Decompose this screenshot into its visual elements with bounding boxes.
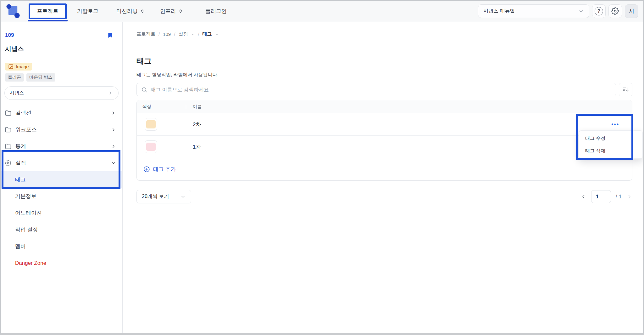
sidebar-subitem-annotation[interactable]: 어노테이션 [1,205,122,221]
tab-infra[interactable]: 인프라 [160,8,183,15]
sidebar-subitem-basic-info[interactable]: 기본정보 [1,188,122,205]
settings-button[interactable] [608,4,622,18]
sidebar-subitem-task-settings[interactable]: 작업 설정 [1,221,122,238]
plus-circle-icon [143,166,150,173]
breadcrumb-tags[interactable]: 태그 [203,31,212,37]
breadcrumb-separator: / [158,31,160,37]
column-header-color: 색상 [137,104,186,110]
page-description: 태그는 할당작업, 라벨에서 사용됩니다. [136,72,632,78]
manual-dropdown[interactable]: 시냅스 매뉴얼 [478,4,589,18]
user-avatar[interactable]: 시 [625,4,638,18]
updown-chevron-icon [140,9,145,14]
sidebar-item-label: 워크포스 [15,126,111,133]
table-row[interactable]: 2차 ••• [137,113,632,136]
tab-machine-learning-label: 머신러닝 [116,8,138,15]
table-footer: 태그 추가 [137,158,632,180]
help-button[interactable]: ? [592,4,606,18]
sort-button[interactable] [619,83,632,96]
sidebar-item-collections[interactable]: 컬렉션 [1,105,122,121]
breadcrumb-projects[interactable]: 프로젝트 [136,31,155,37]
row-actions-button[interactable]: ••• [611,122,619,127]
bookmark-icon[interactable] [107,31,114,39]
project-type-badge: Image [5,63,32,71]
page-total-separator: / [616,194,617,200]
page-size-select[interactable]: 20개씩 보기 [136,190,191,203]
sidebar-item-statistics[interactable]: 통계 [1,138,122,155]
tab-infra-label: 인프라 [160,8,176,15]
chevron-right-icon [111,144,116,149]
sidebar-subitem-danger-zone[interactable]: Danger Zone [1,255,122,271]
sort-icon [622,86,629,93]
tag-name: 2차 [193,121,201,128]
app-window: 프로젝트 카탈로그 머신러닝 인프라 플러그인 시냅스 매뉴얼 ? [0,0,644,335]
updown-chevron-icon [178,9,183,14]
app-logo[interactable] [6,4,20,19]
topbar-right: 시냅스 매뉴얼 ? 시 [478,4,638,18]
breadcrumb-settings[interactable]: 설정 [178,31,188,37]
folder-icon [5,127,11,133]
project-id: 109 [5,32,14,38]
chevron-left-icon[interactable] [580,194,586,200]
tag-color-swatch [145,118,157,131]
project-selector-value: 시냅스 [10,90,24,96]
page-number-input[interactable] [591,190,611,203]
tab-plugins[interactable]: 플러그인 [205,8,227,15]
table-header: 색상 이름 [137,100,632,113]
table-row[interactable]: 1차 ••• [137,136,632,158]
badge-bounding-box: 바운딩 박스 [26,73,55,82]
chevron-down-icon[interactable] [191,32,195,36]
active-tab-indicator [28,20,68,21]
sidebar-item-settings[interactable]: 설정 [1,155,122,171]
folder-icon [5,143,11,150]
page-title: 태그 [136,56,632,66]
search-input[interactable] [151,87,611,93]
tag-context-menu: 태그 수정 태그 삭제 [579,130,643,159]
sidebar-subitem-members[interactable]: 멤버 [1,238,122,255]
image-icon [8,64,14,69]
tag-color-swatch [145,140,157,153]
annotation-box-projects-tab: 프로젝트 [29,3,67,19]
logo-icon [6,4,20,19]
chevron-right-icon[interactable] [626,194,632,200]
sidebar-item-label: 설정 [15,159,111,167]
breadcrumb-separator: / [174,31,175,37]
menu-item-edit-tag[interactable]: 태그 수정 [579,133,642,144]
sidebar-menu: 컬렉션 워크포스 통계 [1,105,122,271]
add-tag-button[interactable]: 태그 추가 [143,166,176,173]
sidebar-subitem-tags[interactable]: 태그 [1,171,122,188]
chevron-down-icon [578,9,584,14]
chevron-down-icon [111,161,116,166]
chevron-down-icon [180,194,186,200]
sidebar-item-label: 통계 [15,143,111,150]
project-name: 시냅스 [5,45,118,53]
search-box [136,83,616,96]
main-nav: 프로젝트 카탈로그 머신러닝 인프라 플러그인 [29,3,227,19]
chevron-right-icon [108,90,113,96]
badge-polygon: 폴리곤 [5,73,24,82]
page-total-value: 1 [619,194,622,200]
pagination-controls: / 1 [580,190,632,203]
tab-projects[interactable]: 프로젝트 [37,8,58,15]
sidebar-item-workforce[interactable]: 워크포스 [1,121,122,138]
tab-machine-learning[interactable]: 머신러닝 [116,8,145,15]
tab-catalog[interactable]: 카탈로그 [77,8,98,15]
folder-icon [5,110,11,116]
project-selector[interactable]: 시냅스 [4,86,119,100]
main-content: 프로젝트 / 109 / 설정 / 태그 태그 태그는 할당작업, 라벨에서 사… [123,22,643,333]
menu-item-delete-tag[interactable]: 태그 삭제 [579,145,642,157]
tag-name: 1차 [193,143,201,150]
body: 109 시냅스 Image 폴리곤 바운딩 박스 시냅스 [1,22,643,333]
add-tag-label: 태그 추가 [153,166,176,173]
breadcrumb-project-id[interactable]: 109 [163,31,171,37]
column-divider [186,105,186,109]
chevron-down-icon[interactable] [215,32,219,36]
sidebar-item-label: 컬렉션 [15,109,111,116]
project-header: 109 [5,31,114,39]
search-icon [141,87,147,93]
annotation-type-badges: 폴리곤 바운딩 박스 [5,73,118,82]
gear-icon [5,160,11,166]
manual-dropdown-value: 시냅스 매뉴얼 [483,8,515,14]
tags-table: 색상 이름 2차 ••• 1차 ••• [136,100,632,181]
gear-icon [611,7,619,15]
chevron-right-icon [111,111,116,116]
